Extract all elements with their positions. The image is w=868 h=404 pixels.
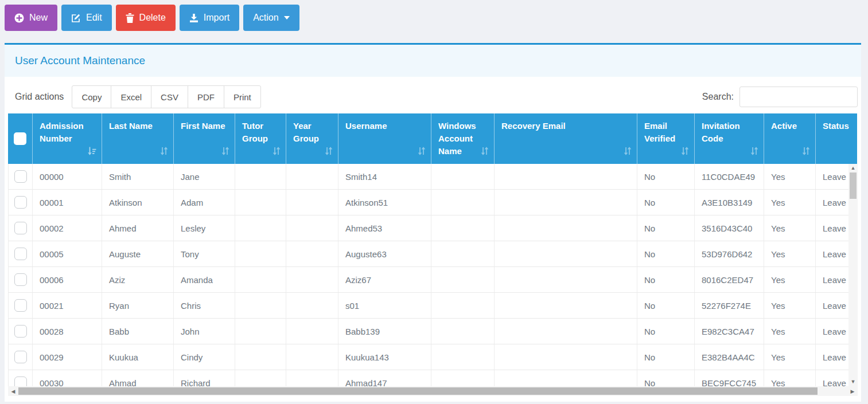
- table-row[interactable]: 00021RyanChriss01No52276F274EYesLeave: [8, 293, 857, 319]
- column-header-active[interactable]: Active: [764, 113, 815, 164]
- cell-select: [9, 190, 33, 215]
- column-header-admission-number[interactable]: Admission Number: [32, 113, 102, 164]
- row-checkbox[interactable]: [14, 273, 27, 286]
- cell-year-group: [286, 241, 338, 266]
- row-checkbox[interactable]: [14, 299, 27, 312]
- sort-both-icon: [221, 146, 229, 159]
- cell-username: Ahmed53: [338, 215, 431, 241]
- csv-button[interactable]: CSV: [151, 85, 188, 108]
- table-row[interactable]: 00005AugusteTonyAuguste63No53D976D642Yes…: [8, 241, 857, 267]
- select-all-checkbox[interactable]: [14, 132, 26, 145]
- row-checkbox[interactable]: [14, 170, 27, 183]
- table-row[interactable]: 00006AzizAmandaAziz67No8016C2ED47YesLeav…: [8, 267, 857, 293]
- cell-email-verified: No: [637, 190, 695, 215]
- column-header-invitation-code[interactable]: Invitation Code: [694, 113, 764, 164]
- cell-last-name: Ahmad: [102, 370, 174, 386]
- scroll-right-arrow-icon[interactable]: ▶: [847, 389, 858, 394]
- cell-last-name: Aziz: [102, 267, 174, 292]
- column-header-windows-account-name[interactable]: Windows Account Name: [431, 113, 494, 164]
- action-button-label: Action: [253, 13, 278, 23]
- row-checkbox[interactable]: [14, 196, 27, 209]
- vertical-scrollbar[interactable]: ▲ ▼: [848, 164, 858, 386]
- table-row[interactable]: 00002AhmedLesleyAhmed53No3516D43C40YesLe…: [8, 215, 857, 241]
- cell-username: Aziz67: [338, 267, 431, 292]
- sort-both-icon: [681, 146, 689, 159]
- table-row[interactable]: 00029KuukuaCindyKuukua143NoE382B4AA4CYes…: [8, 344, 857, 370]
- scroll-left-arrow-icon[interactable]: ◀: [8, 389, 18, 394]
- cell-first-name: Cindy: [174, 344, 235, 370]
- column-header-last-name[interactable]: Last Name: [102, 113, 173, 164]
- cell-first-name: Lesley: [174, 215, 235, 241]
- cell-email-verified: No: [637, 370, 695, 386]
- column-header-label-email-verified: Email Verified: [644, 121, 675, 143]
- row-checkbox[interactable]: [14, 248, 27, 260]
- cell-windows-account-name: [431, 293, 495, 318]
- cell-admission-number: 00030: [33, 370, 102, 386]
- cell-invitation-code: 52276F274E: [695, 293, 764, 318]
- cell-invitation-code: E382B4AA4C: [695, 344, 764, 370]
- cell-select: [9, 164, 33, 189]
- column-header-status[interactable]: Status: [815, 113, 857, 164]
- table-row[interactable]: 00028BabbJohnBabb139NoE982C3CA47YesLeave: [8, 319, 857, 344]
- cell-select: [9, 344, 33, 370]
- table-row[interactable]: 00000SmithJaneSmith14No11C0CDAE49YesLeav…: [8, 164, 857, 190]
- cell-active: Yes: [764, 319, 816, 344]
- table-row[interactable]: 00030AhmadRichardAhmad147NoBEC9FCC745Yes…: [8, 370, 857, 386]
- horizontal-scrollbar[interactable]: ◀ ▶: [8, 386, 858, 396]
- grid-actions-button-group: CopyExcelCSVPDFPrint: [72, 85, 260, 108]
- sort-both-icon: [750, 146, 758, 159]
- cell-windows-account-name: [431, 241, 495, 266]
- cell-invitation-code: 3516D43C40: [695, 215, 764, 241]
- column-header-first-name[interactable]: First Name: [173, 113, 235, 164]
- cell-windows-account-name: [431, 267, 495, 292]
- action-button[interactable]: Action: [243, 5, 299, 31]
- edit-button[interactable]: Edit: [61, 5, 112, 31]
- cell-last-name: Auguste: [102, 241, 174, 266]
- cell-admission-number: 00028: [33, 319, 102, 344]
- cell-username: Ahmad147: [338, 370, 431, 386]
- row-checkbox[interactable]: [14, 376, 27, 386]
- caret-down-icon: [284, 16, 290, 19]
- row-checkbox[interactable]: [14, 222, 27, 234]
- vertical-scrollbar-thumb[interactable]: [850, 172, 857, 199]
- cell-recovery-email: [495, 370, 637, 386]
- cell-username: Kuukua143: [338, 344, 431, 370]
- horizontal-scrollbar-thumb[interactable]: [18, 387, 818, 395]
- cell-active: Yes: [764, 370, 816, 386]
- row-checkbox[interactable]: [14, 351, 27, 363]
- scroll-up-arrow-icon[interactable]: ▲: [851, 164, 856, 172]
- cell-email-verified: No: [637, 293, 695, 318]
- new-button[interactable]: New: [5, 5, 57, 31]
- new-button-label: New: [29, 13, 48, 23]
- edit-button-label: Edit: [86, 13, 102, 23]
- column-header-year-group[interactable]: Year Group: [286, 113, 338, 164]
- row-checkbox[interactable]: [14, 325, 27, 338]
- import-button[interactable]: Import: [180, 5, 239, 31]
- scroll-down-arrow-icon[interactable]: ▼: [851, 378, 856, 386]
- cell-last-name: Atkinson: [102, 190, 174, 215]
- horizontal-scrollbar-track[interactable]: [18, 386, 847, 396]
- sort-both-icon: [160, 146, 168, 159]
- delete-button[interactable]: Delete: [116, 5, 176, 31]
- cell-tutor-group: [235, 370, 286, 386]
- column-header-tutor-group[interactable]: Tutor Group: [235, 113, 286, 164]
- pdf-button[interactable]: PDF: [188, 85, 224, 108]
- column-header-label-year-group: Year Group: [293, 121, 319, 143]
- print-button[interactable]: Print: [224, 85, 261, 108]
- cell-invitation-code: 11C0CDAE49: [695, 164, 764, 189]
- column-header-label-last-name: Last Name: [109, 121, 153, 131]
- cell-active: Yes: [764, 190, 816, 215]
- cell-email-verified: No: [637, 215, 695, 241]
- cell-active: Yes: [764, 164, 816, 189]
- copy-button[interactable]: Copy: [72, 85, 111, 108]
- table-row[interactable]: 00001AtkinsonAdamAtkinson51NoA3E10B3149Y…: [8, 190, 857, 215]
- delete-button-label: Delete: [139, 13, 166, 23]
- search-input[interactable]: [739, 87, 858, 107]
- column-header-select[interactable]: [8, 113, 32, 164]
- column-header-label-username: Username: [345, 121, 387, 131]
- column-header-username[interactable]: Username: [338, 113, 431, 164]
- column-header-recovery-email[interactable]: Recovery Email: [494, 113, 637, 164]
- excel-button[interactable]: Excel: [111, 85, 151, 108]
- column-header-email-verified[interactable]: Email Verified: [637, 113, 694, 164]
- cell-year-group: [286, 267, 338, 292]
